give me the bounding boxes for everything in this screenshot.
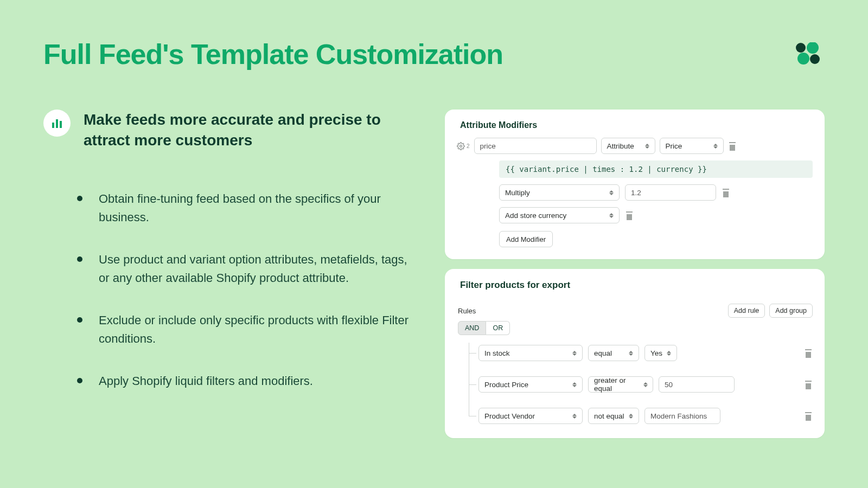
and-or-toggle[interactable]: AND OR xyxy=(458,321,813,335)
app-logo xyxy=(794,42,820,67)
svg-point-1 xyxy=(807,42,819,54)
lead-text: Make feeds more accurate and precise to … xyxy=(84,110,412,151)
chevron-updown-icon xyxy=(609,211,615,219)
gear-icon[interactable]: 2 xyxy=(457,142,470,150)
svg-point-2 xyxy=(797,53,809,65)
attribute-modifiers-card: Attribute Modifiers 2 price Attribute xyxy=(445,110,825,259)
rule-value-input[interactable]: Modern Fashions xyxy=(644,408,720,424)
add-group-button[interactable]: Add group xyxy=(769,304,813,318)
svg-point-7 xyxy=(460,145,462,147)
modifier-value-input[interactable]: 1.2 xyxy=(625,184,716,201)
trash-icon[interactable] xyxy=(625,210,634,220)
svg-rect-6 xyxy=(60,121,62,128)
chevron-updown-icon xyxy=(629,412,634,420)
liquid-code: {{ variant.price | times : 1.2 | currenc… xyxy=(499,160,813,178)
type-select[interactable]: Attribute xyxy=(601,138,655,154)
modifier-op-select[interactable]: Multiply xyxy=(499,184,620,201)
page-title: Full Feed's Template Customization xyxy=(43,38,825,70)
or-segment[interactable]: OR xyxy=(486,321,510,335)
gear-badge: 2 xyxy=(467,143,470,149)
chevron-updown-icon xyxy=(609,189,615,196)
rule-row: Product Price greater or equal 50 xyxy=(469,376,813,393)
rule-field-select[interactable]: In stock xyxy=(478,345,583,361)
bullet-item: Exclude or include only specific product… xyxy=(77,311,412,348)
rule-field-select[interactable]: Product Price xyxy=(478,376,583,393)
trash-icon[interactable] xyxy=(804,380,813,389)
chevron-updown-icon xyxy=(643,381,648,388)
chevron-updown-icon xyxy=(667,349,672,357)
svg-point-3 xyxy=(810,54,820,64)
trash-icon[interactable] xyxy=(728,141,737,151)
svg-point-0 xyxy=(796,43,806,53)
rule-row: Product Vendor not equal Modern Fashions xyxy=(469,408,813,424)
rule-value-select[interactable]: Yes xyxy=(644,345,677,361)
bullet-item: Obtain fine-tuning feed based on the spe… xyxy=(77,190,412,227)
rules-label: Rules xyxy=(458,307,476,315)
trash-icon[interactable] xyxy=(804,411,813,421)
attribute-select[interactable]: Price xyxy=(660,138,724,154)
add-modifier-button[interactable]: Add Modifier xyxy=(499,231,553,247)
trash-icon[interactable] xyxy=(722,188,730,197)
modifier-op2-select[interactable]: Add store currency xyxy=(499,207,620,223)
chevron-updown-icon xyxy=(645,142,650,150)
rule-op-select[interactable]: equal xyxy=(588,345,639,361)
bullet-item: Apply Shopify liquid filters and modifie… xyxy=(77,372,412,390)
rule-field-select[interactable]: Product Vendor xyxy=(478,408,583,424)
trash-icon[interactable] xyxy=(804,348,813,358)
chevron-updown-icon xyxy=(572,349,578,357)
rule-row: In stock equal Yes xyxy=(469,345,813,361)
chevron-updown-icon xyxy=(572,412,578,420)
svg-rect-4 xyxy=(52,123,54,128)
chevron-updown-icon xyxy=(572,381,578,388)
rule-value-input[interactable]: 50 xyxy=(659,376,735,393)
bullet-list: Obtain fine-tuning feed based on the spe… xyxy=(43,190,412,391)
chevron-updown-icon xyxy=(713,142,719,150)
and-segment[interactable]: AND xyxy=(458,321,486,335)
card-title: Attribute Modifiers xyxy=(460,120,813,130)
add-rule-button[interactable]: Add rule xyxy=(728,304,765,318)
field-name-input[interactable]: price xyxy=(474,138,597,154)
rule-op-select[interactable]: greater or equal xyxy=(588,376,653,393)
chart-icon xyxy=(43,110,71,137)
filter-card: Filter products for export Rules Add rul… xyxy=(445,269,825,438)
chevron-updown-icon xyxy=(629,349,634,357)
rule-op-select[interactable]: not equal xyxy=(588,408,639,424)
card-title: Filter products for export xyxy=(460,280,813,291)
svg-rect-5 xyxy=(56,119,58,128)
bullet-item: Use product and variant option attribute… xyxy=(77,251,412,287)
